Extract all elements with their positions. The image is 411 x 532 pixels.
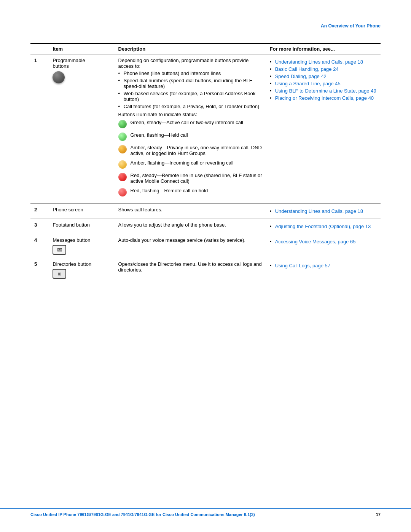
directories-button-icon: ⊞ xyxy=(53,269,66,279)
table-header-row: Item Description For more information, s… xyxy=(30,43,381,54)
link-item: Basic Call Handling, page 24 xyxy=(270,66,377,72)
col-description: Description xyxy=(115,43,266,54)
row-item: Footstand button xyxy=(49,219,114,234)
header-section: An Overview of Your Phone xyxy=(30,23,381,32)
status-dot xyxy=(118,173,127,181)
footer-page-number: 17 xyxy=(376,512,381,517)
programmable-button-icon xyxy=(53,71,65,83)
description-intro: Depending on configuration, programmable… xyxy=(118,58,262,69)
info-link[interactable]: Understanding Lines and Calls, page 18 xyxy=(275,59,363,65)
link-item: Using a Shared Line, page 45 xyxy=(270,81,377,86)
description-text: Shows call features. xyxy=(118,207,262,212)
status-text: Green, flashing—Held call xyxy=(131,132,262,138)
link-item: Accessing Voice Messages, page 65 xyxy=(270,239,377,244)
status-item: Amber, steady—Privacy in use, one-way in… xyxy=(118,145,262,156)
row-links: Adjusting the Footstand (Optional), page… xyxy=(266,219,381,234)
status-dot xyxy=(118,160,127,169)
row-number: 3 xyxy=(30,219,49,234)
status-item: Green, steady—Active call or two-way int… xyxy=(118,120,262,128)
status-dot xyxy=(118,145,127,153)
main-table: Item Description For more information, s… xyxy=(30,43,381,282)
row-item: Messages button✉ xyxy=(49,234,114,258)
description-text: Opens/closes the Directories menu. Use i… xyxy=(118,261,262,273)
status-item: Green, flashing—Held call xyxy=(118,132,262,141)
info-link[interactable]: Basic Call Handling, page 24 xyxy=(275,66,339,72)
link-item: Speed Dialing, page 42 xyxy=(270,73,377,79)
row-links: Accessing Voice Messages, page 65 xyxy=(266,234,381,258)
info-link[interactable]: Using Call Logs, page 57 xyxy=(275,263,330,268)
row-number: 4 xyxy=(30,234,49,258)
link-item: Understanding Lines and Calls, page 18 xyxy=(270,208,377,214)
bullet-item: Phone lines (line buttons) and intercom … xyxy=(118,70,262,76)
status-text: Green, steady—Active call or two-way int… xyxy=(131,120,262,125)
status-item: Red, flashing—Remote call on hold xyxy=(118,188,262,197)
status-dot xyxy=(118,120,127,128)
link-item: Placing or Receiving Intercom Calls, pag… xyxy=(270,95,377,101)
description-text: Allows you to adjust the angle of the ph… xyxy=(118,222,262,228)
status-text: Amber, flashing—Incoming call or reverti… xyxy=(131,160,262,166)
row-description: Shows call features. xyxy=(115,204,266,219)
row-links: Understanding Lines and Calls, page 18 xyxy=(266,204,381,219)
info-link[interactable]: Using a Shared Line, page 45 xyxy=(275,81,341,86)
link-item: Understanding Lines and Calls, page 18 xyxy=(270,59,377,65)
bullet-item: Speed-dial numbers (speed-dial buttons, … xyxy=(118,78,262,89)
info-link[interactable]: Speed Dialing, page 42 xyxy=(275,73,327,79)
status-text: Red, steady—Remote line in use (shared l… xyxy=(131,173,262,184)
status-text: Red, flashing—Remote call on hold xyxy=(131,188,262,193)
col-num xyxy=(30,43,49,54)
item-name: Phone screen xyxy=(53,207,110,212)
status-dot xyxy=(118,188,127,197)
item-name: Messages button xyxy=(53,237,110,243)
status-item: Amber, flashing—Incoming call or reverti… xyxy=(118,160,262,169)
item-name: Directories button xyxy=(53,261,110,267)
row-links: Using Call Logs, page 57 xyxy=(266,258,381,282)
row-description: Opens/closes the Directories menu. Use i… xyxy=(115,258,266,282)
status-dot xyxy=(118,133,127,141)
row-item: Phone screen xyxy=(49,204,114,219)
col-info: For more information, see... xyxy=(266,43,381,54)
row-number: 2 xyxy=(30,204,49,219)
table-row: 5Directories button⊞Opens/closes the Dir… xyxy=(30,258,381,282)
description-bullets: Phone lines (line buttons) and intercom … xyxy=(118,70,262,109)
status-intro: Buttons illuminate to indicate status: xyxy=(118,112,262,117)
bullet-item: Web-based services (for example, a Perso… xyxy=(118,91,262,102)
row-item: Programmable buttons xyxy=(49,54,114,204)
bullet-item: Call features (for example, a Privacy, H… xyxy=(118,104,262,109)
col-item: Item xyxy=(49,43,114,54)
row-number: 5 xyxy=(30,258,49,282)
info-link[interactable]: Placing or Receiving Intercom Calls, pag… xyxy=(275,95,374,101)
footer: Cisco Unified IP Phone 7961G/7961G-GE an… xyxy=(0,508,411,517)
row-number: 1 xyxy=(30,54,49,204)
page: An Overview of Your Phone Item Descripti… xyxy=(0,0,411,532)
description-text: Auto-dials your voice message service (v… xyxy=(118,237,262,243)
row-description: Allows you to adjust the angle of the ph… xyxy=(115,219,266,234)
footer-text: Cisco Unified IP Phone 7961G/7961G-GE an… xyxy=(30,512,255,517)
table-row: 2Phone screenShows call features.Underst… xyxy=(30,204,381,219)
info-link[interactable]: Accessing Voice Messages, page 65 xyxy=(275,239,356,244)
table-row: 4Messages button✉Auto-dials your voice m… xyxy=(30,234,381,258)
row-description: Depending on configuration, programmable… xyxy=(115,54,266,204)
links-list: Using Call Logs, page 57 xyxy=(270,263,377,268)
table-row: 1Programmable buttonsDepending on config… xyxy=(30,54,381,204)
status-text: Amber, steady—Privacy in use, one-way in… xyxy=(131,145,262,156)
info-link[interactable]: Adjusting the Footstand (Optional), page… xyxy=(275,224,371,229)
table-row: 3Footstand buttonAllows you to adjust th… xyxy=(30,219,381,234)
info-link[interactable]: Using BLF to Determine a Line State, pag… xyxy=(275,88,376,94)
links-list: Understanding Lines and Calls, page 18 xyxy=(270,208,377,214)
links-list: Accessing Voice Messages, page 65 xyxy=(270,239,377,244)
links-list: Understanding Lines and Calls, page 18Ba… xyxy=(270,59,377,101)
item-name: Footstand button xyxy=(53,222,110,228)
info-link[interactable]: Understanding Lines and Calls, page 18 xyxy=(275,208,363,214)
row-item: Directories button⊞ xyxy=(49,258,114,282)
status-list: Green, steady—Active call or two-way int… xyxy=(118,120,262,197)
row-description: Auto-dials your voice message service (v… xyxy=(115,234,266,258)
link-item: Adjusting the Footstand (Optional), page… xyxy=(270,224,377,229)
status-item: Red, steady—Remote line in use (shared l… xyxy=(118,173,262,184)
links-list: Adjusting the Footstand (Optional), page… xyxy=(270,224,377,229)
row-links: Understanding Lines and Calls, page 18Ba… xyxy=(266,54,381,204)
link-item: Using Call Logs, page 57 xyxy=(270,263,377,268)
messages-button-icon: ✉ xyxy=(53,245,66,255)
link-item: Using BLF to Determine a Line State, pag… xyxy=(270,88,377,94)
header-title: An Overview of Your Phone xyxy=(321,23,381,29)
item-name: Programmable buttons xyxy=(53,58,110,69)
